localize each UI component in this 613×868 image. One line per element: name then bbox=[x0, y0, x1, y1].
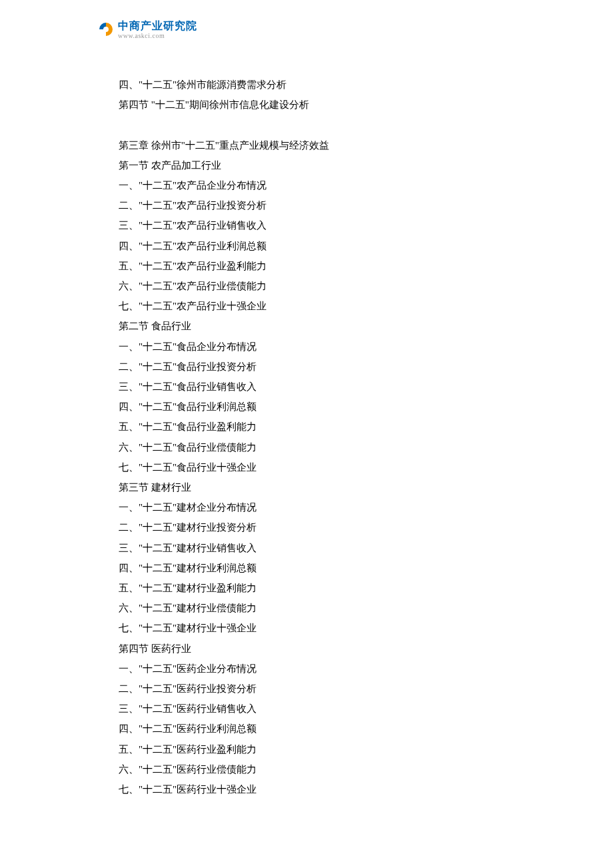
toc-line: 五、"十二五"食品行业盈利能力 bbox=[119, 417, 518, 437]
toc-line: 一、"十二五"食品企业分布情况 bbox=[119, 337, 518, 357]
toc-line: 七、"十二五"农产品行业十强企业 bbox=[119, 296, 518, 316]
toc-line: 第三节 建材行业 bbox=[119, 477, 518, 497]
toc-line: 四、"十二五"医药行业利润总额 bbox=[119, 719, 518, 739]
document-body: 四、"十二五"徐州市能源消费需求分析第四节 "十二五"期间徐州市信息化建设分析第… bbox=[119, 75, 518, 799]
toc-line: 四、"十二五"徐州市能源消费需求分析 bbox=[119, 75, 518, 95]
toc-line: 三、"十二五"农产品行业销售收入 bbox=[119, 215, 518, 235]
logo-chinese-name: 中商产业研究院 bbox=[118, 20, 197, 32]
toc-line: 二、"十二五"医药行业投资分析 bbox=[119, 679, 518, 699]
logo-url: www.askci.com bbox=[118, 32, 197, 39]
toc-line: 五、"十二五"农产品行业盈利能力 bbox=[119, 256, 518, 276]
toc-line: 六、"十二五"建材行业偿债能力 bbox=[119, 598, 518, 618]
toc-line: 第三章 徐州市"十二五"重点产业规模与经济效益 bbox=[119, 135, 518, 155]
toc-line: 五、"十二五"建材行业盈利能力 bbox=[119, 578, 518, 598]
toc-line: 六、"十二五"食品行业偿债能力 bbox=[119, 437, 518, 457]
toc-line: 四、"十二五"农产品行业利润总额 bbox=[119, 236, 518, 256]
toc-line: 一、"十二五"农产品企业分布情况 bbox=[119, 175, 518, 195]
toc-line: 第四节 "十二五"期间徐州市信息化建设分析 bbox=[119, 95, 518, 115]
toc-line: 七、"十二五"建材行业十强企业 bbox=[119, 618, 518, 638]
toc-line: 第二节 食品行业 bbox=[119, 316, 518, 336]
toc-line: 七、"十二五"医药行业十强企业 bbox=[119, 779, 518, 799]
toc-line: 一、"十二五"医药企业分布情况 bbox=[119, 659, 518, 679]
toc-line: 一、"十二五"建材企业分布情况 bbox=[119, 497, 518, 517]
toc-line: 七、"十二五"食品行业十强企业 bbox=[119, 457, 518, 477]
logo-text: 中商产业研究院 www.askci.com bbox=[118, 20, 197, 39]
toc-line: 第一节 农产品加工行业 bbox=[119, 155, 518, 175]
toc-line: 二、"十二五"建材行业投资分析 bbox=[119, 517, 518, 537]
toc-line: 三、"十二五"建材行业销售收入 bbox=[119, 538, 518, 558]
logo-icon bbox=[97, 20, 115, 39]
toc-line: 二、"十二五"食品行业投资分析 bbox=[119, 357, 518, 377]
blank-line bbox=[119, 115, 518, 135]
toc-line: 四、"十二五"建材行业利润总额 bbox=[119, 558, 518, 578]
logo-area: 中商产业研究院 www.askci.com bbox=[97, 20, 197, 39]
toc-line: 三、"十二五"医药行业销售收入 bbox=[119, 699, 518, 719]
toc-line: 六、"十二五"农产品行业偿债能力 bbox=[119, 276, 518, 296]
toc-line: 五、"十二五"医药行业盈利能力 bbox=[119, 739, 518, 759]
toc-line: 四、"十二五"食品行业利润总额 bbox=[119, 397, 518, 417]
toc-line: 三、"十二五"食品行业销售收入 bbox=[119, 377, 518, 397]
toc-line: 二、"十二五"农产品行业投资分析 bbox=[119, 195, 518, 215]
toc-line: 第四节 医药行业 bbox=[119, 639, 518, 659]
toc-line: 六、"十二五"医药行业偿债能力 bbox=[119, 759, 518, 779]
